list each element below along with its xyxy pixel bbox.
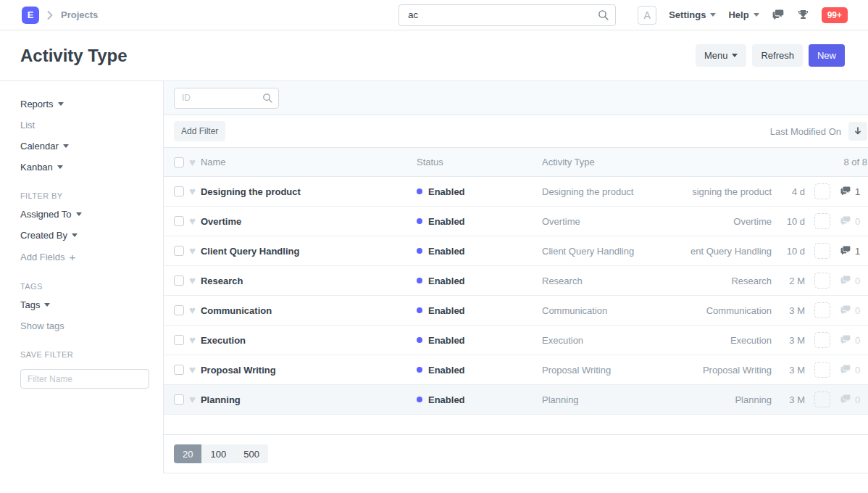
- table-row[interactable]: ♥ Planning Enabled Planning Planning 3 M: [164, 385, 868, 415]
- chat-icon[interactable]: [772, 9, 785, 21]
- new-button[interactable]: New: [809, 44, 845, 67]
- row-name[interactable]: Execution: [201, 335, 246, 346]
- page-size-20[interactable]: 20: [174, 444, 201, 463]
- sidebar-item-created-by[interactable]: Created By: [20, 230, 150, 241]
- add-filter-button[interactable]: Add Filter: [174, 121, 225, 141]
- table-row[interactable]: ♥ Execution Enabled Execution Execution …: [164, 326, 868, 355]
- tags-label: Tags: [20, 299, 40, 310]
- add-fields-label: Add Fields: [20, 252, 64, 262]
- global-search-input[interactable]: [398, 4, 616, 26]
- sidebar-item-reports[interactable]: Reports: [20, 99, 150, 109]
- row-checkbox[interactable]: [174, 216, 184, 226]
- like-icon[interactable]: ♥: [189, 335, 196, 345]
- modified-timestamp: 3 M: [781, 335, 805, 346]
- content: Reports List Calendar Kanban FILTER BY A…: [0, 81, 868, 473]
- comment-count: 0: [840, 216, 867, 227]
- sidebar-item-add-fields[interactable]: Add Fields +: [20, 251, 150, 263]
- assign-placeholder[interactable]: [814, 243, 830, 259]
- table-row[interactable]: ♥ Proposal Writing Enabled Proposal Writ…: [164, 355, 868, 385]
- table-row[interactable]: ♥ Communication Enabled Communication Co…: [164, 296, 868, 326]
- sidebar-item-kanban[interactable]: Kanban: [20, 162, 150, 173]
- name-cell: ♥ Communication: [174, 305, 417, 316]
- navbar-left: E Projects: [22, 7, 398, 24]
- like-icon[interactable]: ♥: [189, 216, 196, 226]
- row-meta: ent Query Handling 10 d 1: [690, 243, 867, 259]
- settings-menu[interactable]: Settings: [669, 9, 716, 20]
- trophy-icon[interactable]: [797, 9, 809, 21]
- app-logo[interactable]: E: [22, 7, 39, 24]
- assign-placeholder[interactable]: [814, 332, 830, 348]
- row-name[interactable]: Proposal Writing: [201, 365, 276, 376]
- status-badge: Enabled: [428, 305, 465, 316]
- assign-placeholder[interactable]: [814, 213, 830, 229]
- row-name[interactable]: Client Query Handling: [201, 246, 300, 257]
- sort-by-label[interactable]: Last Modified On: [770, 126, 841, 137]
- row-name[interactable]: Planning: [201, 394, 241, 405]
- row-name[interactable]: Overtime: [201, 216, 241, 227]
- status-cell: Enabled: [417, 305, 542, 316]
- arrow-down-icon: [853, 126, 863, 136]
- sidebar-item-assigned-to[interactable]: Assigned To: [20, 209, 150, 220]
- row-checkbox[interactable]: [174, 335, 184, 345]
- assign-placeholder[interactable]: [814, 302, 830, 318]
- like-icon[interactable]: ♥: [189, 186, 196, 196]
- column-activity-type: Activity Type: [542, 157, 690, 167]
- row-checkbox[interactable]: [174, 186, 184, 196]
- status-cell: Enabled: [417, 216, 542, 227]
- assign-placeholder[interactable]: [814, 362, 830, 378]
- pagination: 20 100 500: [164, 435, 868, 473]
- comment-count-value: 0: [855, 335, 860, 346]
- status-badge: Enabled: [428, 365, 465, 376]
- like-icon[interactable]: ♥: [189, 276, 196, 286]
- activity-type-cell: Research: [542, 276, 690, 286]
- assign-placeholder[interactable]: [814, 392, 830, 407]
- assign-placeholder[interactable]: [814, 273, 830, 289]
- list-label: List: [20, 120, 35, 130]
- status-dot-icon: [417, 218, 422, 224]
- sort-direction-button[interactable]: [848, 122, 867, 141]
- activity-type-cell: Execution: [542, 335, 690, 346]
- row-checkbox[interactable]: [174, 305, 184, 315]
- table-row[interactable]: ♥ Overtime Enabled Overtime Overtime 10 …: [164, 207, 868, 236]
- modified-timestamp: 3 M: [781, 305, 805, 316]
- row-checkbox[interactable]: [174, 276, 184, 286]
- status-badge: Enabled: [428, 276, 465, 286]
- page-size-500[interactable]: 500: [235, 444, 268, 463]
- row-checkbox[interactable]: [174, 246, 184, 256]
- refresh-button[interactable]: Refresh: [752, 44, 803, 67]
- notification-badge[interactable]: 99+: [822, 7, 848, 23]
- chevron-down-icon: [44, 303, 50, 307]
- like-filter-icon[interactable]: ♥: [189, 157, 196, 167]
- page-size-100[interactable]: 100: [201, 444, 235, 463]
- comment-count-value: 0: [855, 365, 860, 376]
- avatar[interactable]: A: [638, 6, 656, 25]
- sidebar-item-show-tags[interactable]: Show tags: [20, 320, 150, 331]
- filter-name-input[interactable]: [20, 369, 149, 389]
- like-icon[interactable]: ♥: [189, 365, 196, 375]
- help-label: Help: [728, 9, 748, 20]
- like-icon[interactable]: ♥: [189, 305, 196, 315]
- breadcrumb[interactable]: Projects: [61, 9, 98, 20]
- modified-timestamp: 10 d: [781, 216, 805, 227]
- chevron-down-icon: [710, 13, 716, 17]
- assign-placeholder[interactable]: [814, 183, 830, 199]
- sidebar-item-calendar[interactable]: Calendar: [20, 141, 150, 152]
- sidebar-item-tags[interactable]: Tags: [20, 299, 150, 310]
- row-name[interactable]: Research: [201, 276, 243, 286]
- sidebar-item-list[interactable]: List: [20, 120, 150, 130]
- row-name[interactable]: Designing the product: [201, 186, 301, 197]
- help-menu[interactable]: Help: [728, 9, 759, 20]
- table-row[interactable]: ♥ Research Enabled Research Research 2 M: [164, 266, 868, 296]
- show-tags-label: Show tags: [20, 320, 64, 331]
- status-cell: Enabled: [417, 276, 542, 286]
- select-all-checkbox[interactable]: [174, 157, 184, 167]
- result-count[interactable]: 8 of 8: [690, 157, 867, 167]
- like-icon[interactable]: ♥: [189, 246, 196, 256]
- like-icon[interactable]: ♥: [189, 394, 196, 405]
- table-row[interactable]: ♥ Designing the product Enabled Designin…: [164, 177, 868, 207]
- menu-button[interactable]: Menu: [696, 44, 747, 67]
- table-row[interactable]: ♥ Client Query Handling Enabled Client Q…: [164, 236, 868, 266]
- row-name[interactable]: Communication: [201, 305, 272, 316]
- row-checkbox[interactable]: [174, 394, 184, 405]
- row-checkbox[interactable]: [174, 365, 184, 375]
